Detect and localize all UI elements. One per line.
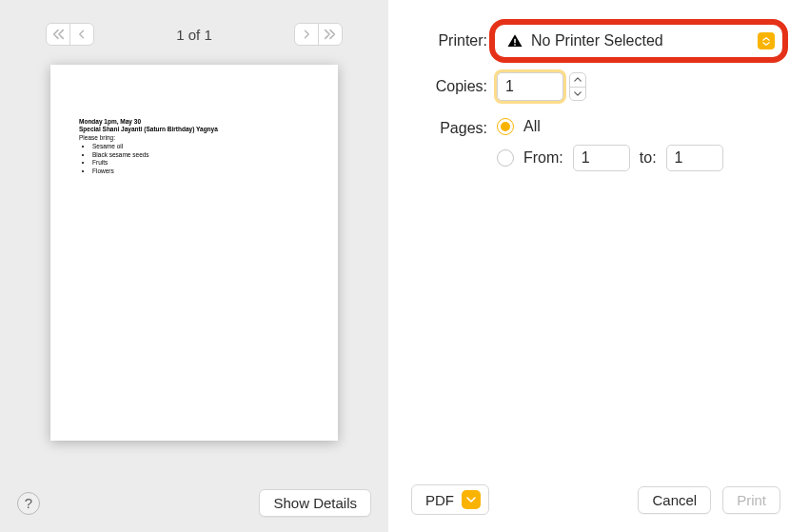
first-page-button[interactable]	[47, 24, 69, 45]
pages-from-label: From:	[523, 149, 563, 167]
last-page-button[interactable]	[319, 24, 342, 45]
right-footer: PDF Cancel Print	[411, 473, 780, 515]
help-button[interactable]: ?	[17, 492, 40, 515]
next-page-group	[294, 23, 343, 46]
dropdown-arrows-icon	[758, 32, 775, 49]
pages-row: Pages: All From: to:	[411, 118, 780, 171]
settings-pane: Printer: No Printer Selected Copies:	[388, 0, 809, 532]
show-details-button[interactable]: Show Details	[259, 489, 371, 517]
doc-line: Special Shani Jayanti (Saturn Birthday) …	[79, 126, 309, 133]
copies-row: Copies:	[411, 72, 780, 101]
svg-rect-1	[514, 44, 516, 46]
preview-nav: 1 of 1	[0, 0, 388, 46]
page-counter: 1 of 1	[94, 27, 294, 43]
chevron-left-icon	[76, 29, 88, 40]
doc-list-item: Black sesame seeds	[92, 151, 309, 159]
prev-page-group	[46, 23, 94, 46]
doc-list-item: Sesame oil	[92, 143, 309, 150]
printer-value: No Printer Selected	[531, 32, 663, 49]
radio-unselected-icon	[497, 149, 514, 167]
copies-stepper[interactable]	[569, 72, 586, 101]
pages-from-input[interactable]	[573, 145, 630, 171]
pages-to-input[interactable]	[666, 145, 723, 171]
doc-list-item: Fruits	[92, 159, 309, 167]
doc-line: Monday 1pm, May 30	[79, 118, 309, 126]
print-button[interactable]: Print	[722, 486, 780, 514]
doc-list: Sesame oil Black sesame seeds Fruits Flo…	[89, 143, 309, 175]
stepper-up-icon	[570, 73, 585, 87]
cancel-button[interactable]: Cancel	[638, 486, 711, 514]
preview-pane: 1 of 1 Monday 1pm, May 30 Special Shani …	[0, 0, 388, 532]
pages-radiogroup: All From: to:	[497, 118, 723, 171]
prev-page-button[interactable]	[70, 24, 93, 45]
doc-list-item: Flowers	[92, 167, 309, 175]
chevron-double-right-icon	[324, 28, 337, 41]
pages-all-option[interactable]: All	[497, 118, 723, 135]
chevron-double-left-icon	[51, 28, 65, 41]
chevron-right-icon	[301, 29, 312, 40]
stepper-down-icon	[570, 88, 585, 101]
svg-rect-0	[514, 39, 516, 44]
page-preview: Monday 1pm, May 30 Special Shani Jayanti…	[50, 65, 338, 441]
printer-dropdown[interactable]: No Printer Selected	[497, 27, 780, 55]
pdf-label: PDF	[425, 492, 454, 508]
warning-icon	[506, 32, 523, 49]
chevron-down-icon	[462, 490, 481, 509]
copies-input[interactable]	[497, 72, 563, 101]
printer-label: Printer:	[411, 32, 497, 49]
copies-label: Copies:	[411, 78, 497, 95]
pdf-dropdown[interactable]: PDF	[411, 484, 489, 515]
printer-row: Printer: No Printer Selected	[411, 27, 780, 55]
pages-range-option[interactable]: From: to:	[497, 145, 723, 171]
doc-line: Please bring:	[79, 134, 309, 142]
pages-all-label: All	[523, 118, 541, 135]
next-page-button[interactable]	[295, 24, 318, 45]
preview-stage: Monday 1pm, May 30 Special Shani Jayanti…	[0, 46, 388, 480]
pages-to-label: to:	[640, 149, 657, 167]
left-footer: ? Show Details	[0, 480, 388, 532]
pages-label: Pages:	[411, 118, 497, 137]
radio-selected-icon	[497, 118, 514, 135]
